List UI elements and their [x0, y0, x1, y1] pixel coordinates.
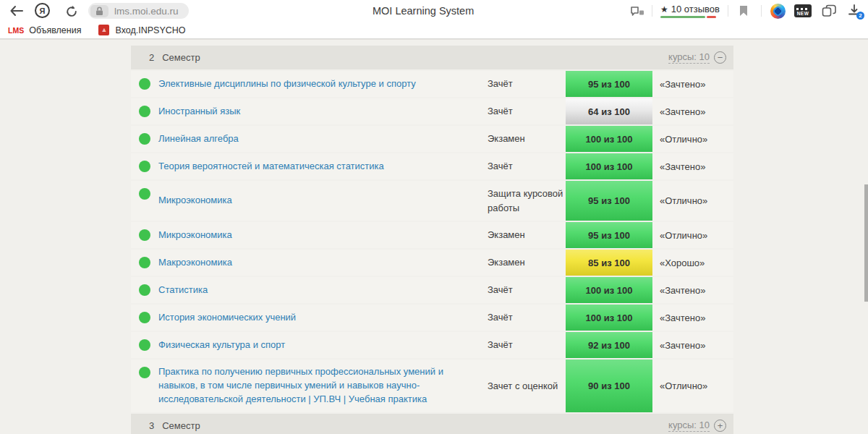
- assessment-type: Зачёт: [488, 338, 566, 352]
- table-row: Линейная алгебра Экзамен 100 из 100 «Отл…: [131, 126, 733, 152]
- course-link[interactable]: Микроэкономика: [158, 229, 488, 242]
- grades-table: 2 Семестр курсы: 10 − Элективные дисципл…: [131, 46, 733, 434]
- semester-footer: 3 Семестр курсы: 10 +: [131, 414, 733, 434]
- assessment-type: Зачёт: [488, 283, 566, 297]
- grade-text: «Отлично»: [652, 380, 733, 391]
- status-dot-cell: [131, 339, 158, 351]
- courses-count-link[interactable]: курсы: 10: [668, 420, 710, 432]
- course-link[interactable]: Практика по получению первичных професси…: [158, 365, 488, 407]
- status-dot-cell: [131, 133, 158, 145]
- score-badge: 100 из 100: [566, 305, 652, 331]
- grade-text: «Зачтено»: [652, 106, 733, 117]
- address-bar[interactable]: lms.moi.edu.ru: [88, 3, 189, 19]
- course-link[interactable]: Линейная алгебра: [158, 132, 488, 146]
- table-row: Статистика Зачёт 100 из 100 «Зачтено»: [131, 277, 733, 303]
- course-link[interactable]: Статистика: [158, 284, 488, 297]
- lms-logo-icon: LMS: [8, 26, 24, 35]
- download-icon[interactable]: 2: [847, 4, 861, 17]
- status-dot-icon: [139, 312, 150, 323]
- lock-icon: [90, 5, 109, 17]
- score-badge: 64 из 100: [566, 98, 652, 124]
- score-badge: 95 из 100: [566, 222, 652, 248]
- assessment-type: Зачёт: [488, 159, 566, 174]
- assessment-type: Экзамен: [488, 132, 566, 146]
- status-dot-icon: [139, 188, 150, 200]
- table-row: Физическая культура и спорт Зачёт 92 из …: [131, 332, 733, 358]
- status-dot-icon: [139, 229, 150, 241]
- status-dot-cell: [131, 367, 158, 378]
- score-badge: 95 из 100: [566, 181, 652, 221]
- status-dot-cell: [131, 229, 158, 241]
- grade-text: «Зачтено»: [652, 161, 733, 172]
- reviews-button[interactable]: ★ 10 отзывов: [660, 4, 720, 18]
- course-link[interactable]: Теория вероятностей и математическая ста…: [158, 160, 488, 174]
- bookmark-inpsycho-login[interactable]: ▲ Вход.INPSYCHO: [98, 25, 185, 35]
- semester-title: Семестр: [162, 52, 200, 63]
- score-badge: 100 из 100: [566, 126, 652, 152]
- bookmarks-bar: LMS Объявления ▲ Вход.INPSYCHO: [0, 22, 868, 39]
- semester-title: Семестр: [162, 420, 200, 431]
- grade-text: «Зачтено»: [652, 340, 733, 351]
- grade-text: «Отлично»: [652, 134, 733, 145]
- feedback-icon[interactable]: [629, 5, 645, 18]
- course-link[interactable]: История экономических учений: [158, 311, 488, 325]
- semester-header: 2 Семестр курсы: 10 −: [131, 46, 733, 69]
- bookmark-label: Вход.INPSYCHO: [115, 25, 185, 35]
- table-row: Элективные дисциплины по физической куль…: [131, 71, 733, 97]
- reviews-count: 10 отзывов: [671, 4, 720, 14]
- url-text: lms.moi.edu.ru: [114, 6, 179, 17]
- table-row: История экономических учений Зачёт 100 и…: [131, 305, 733, 331]
- reviews-rating-bar: [660, 16, 720, 18]
- tabs-icon[interactable]: [821, 4, 837, 17]
- rating-bar-negative: [707, 16, 716, 18]
- bookmark-icon[interactable]: [739, 4, 749, 17]
- bookmark-label: Объявления: [29, 25, 81, 35]
- status-dot-cell: [131, 161, 158, 172]
- refresh-icon[interactable]: [64, 4, 78, 18]
- status-dot-icon: [139, 133, 150, 145]
- course-link[interactable]: Физическая культура и спорт: [158, 339, 488, 352]
- grade-text: «Хорошо»: [652, 258, 733, 268]
- status-dot-icon: [139, 284, 150, 296]
- extension-browser-icon[interactable]: [770, 4, 786, 19]
- table-row: Микроэкономика Защита курсовой работы 95…: [131, 181, 733, 221]
- course-link[interactable]: Элективные дисциплины по физической куль…: [158, 77, 488, 91]
- toolbar-divider: [652, 5, 652, 17]
- new-extension-icon[interactable]: NEW: [794, 4, 812, 17]
- bookmark-lms-announcements[interactable]: LMS Объявления: [8, 25, 81, 35]
- table-row: Макроэкономика Экзамен 85 из 100 «Хорошо…: [131, 250, 733, 276]
- download-count-badge: 2: [856, 12, 864, 20]
- course-link[interactable]: Макроэкономика: [158, 256, 488, 270]
- status-dot-icon: [139, 257, 150, 268]
- yandex-browser-icon[interactable]: Я: [35, 3, 50, 18]
- assessment-type: Зачёт: [488, 77, 566, 91]
- browser-toolbar: Я lms.moi.edu.ru MOI Learning System ★ 1…: [0, 0, 868, 22]
- toolbar-divider: [728, 5, 728, 17]
- status-dot-icon: [139, 367, 150, 378]
- table-row: Практика по получению первичных професси…: [131, 359, 733, 412]
- semester-number: 2: [149, 52, 154, 63]
- table-row: Микроэкономика Экзамен 95 из 100 «Отличн…: [131, 222, 733, 248]
- status-dot-icon: [139, 161, 150, 172]
- course-rows: Элективные дисциплины по физической куль…: [131, 71, 733, 412]
- status-dot-icon: [139, 106, 150, 117]
- grade-text: «Отлично»: [652, 230, 733, 241]
- collapse-icon[interactable]: −: [714, 51, 726, 64]
- status-dot-cell: [131, 188, 158, 200]
- course-link[interactable]: Микроэкономика: [158, 194, 488, 208]
- course-link[interactable]: Иностранный язык: [158, 105, 488, 119]
- back-icon[interactable]: [9, 4, 25, 17]
- assessment-type: Экзамен: [488, 228, 566, 242]
- status-dot-cell: [131, 78, 158, 90]
- grade-text: «Зачтено»: [652, 79, 733, 90]
- status-dot-icon: [139, 339, 150, 351]
- scrollbar-thumb[interactable]: [864, 184, 868, 302]
- assessment-type: Зачет с оценкой: [488, 379, 566, 393]
- assessment-type: Зачёт: [488, 104, 566, 119]
- assessment-type: Экзамен: [488, 255, 566, 270]
- assessment-type: Защита курсовой работы: [488, 187, 566, 215]
- expand-icon[interactable]: +: [714, 420, 726, 432]
- score-badge: 92 из 100: [566, 332, 652, 358]
- score-badge: 90 из 100: [566, 359, 652, 412]
- courses-count-link[interactable]: курсы: 10: [668, 51, 710, 64]
